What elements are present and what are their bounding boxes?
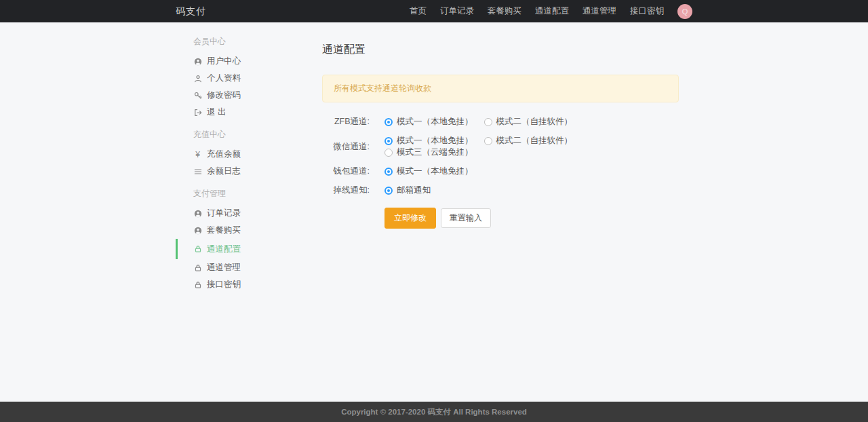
- logout-icon: [193, 108, 202, 117]
- radio-unchecked-icon[interactable]: [384, 149, 393, 157]
- form-row: 掉线通知:邮箱通知: [322, 185, 679, 196]
- main-panel: 通道配置 所有模式支持通道轮询收款 ZFB通道:模式一（本地免挂）模式二（自挂软…: [322, 22, 692, 402]
- radio-option[interactable]: 模式一（本地免挂）: [384, 135, 473, 147]
- sidebar-item-label: 余额日志: [207, 166, 241, 177]
- sidebar-item[interactable]: 订单记录: [176, 205, 322, 222]
- person-icon: [193, 74, 202, 83]
- radio-checked-icon[interactable]: [384, 187, 393, 195]
- notice-banner: 所有模式支持通道轮询收款: [322, 75, 679, 102]
- sidebar-item[interactable]: 退 出: [176, 104, 322, 121]
- radio-option-label: 模式一（本地免挂）: [397, 116, 473, 128]
- radio-option-label: 邮箱通知: [397, 185, 431, 196]
- submit-button[interactable]: 立即修改: [384, 208, 436, 229]
- form-row-label: ZFB通道:: [322, 116, 370, 128]
- radio-option[interactable]: 邮箱通知: [384, 185, 431, 196]
- sidebar-item-label: 套餐购买: [207, 225, 241, 236]
- radio-option-label: 模式二（自挂软件）: [496, 135, 573, 147]
- sidebar-item-label: 充值余额: [207, 149, 241, 160]
- radio-checked-icon[interactable]: [384, 168, 393, 176]
- radio-option[interactable]: 模式二（自挂软件）: [484, 135, 573, 147]
- yen-icon: ¥: [193, 150, 202, 159]
- radio-group: 模式一（本地免挂）模式二（自挂软件）模式三（云端免挂）: [384, 135, 679, 158]
- radio-option[interactable]: 模式一（本地免挂）: [384, 116, 473, 128]
- sidebar-item-label: 订单记录: [207, 208, 241, 219]
- radio-unchecked-icon[interactable]: [484, 137, 492, 145]
- form-row: ZFB通道:模式一（本地免挂）模式二（自挂软件）: [322, 116, 679, 128]
- sidebar-item[interactable]: 用户中心: [176, 53, 322, 70]
- sidebar-item-label: 通道管理: [207, 262, 241, 273]
- user-circle-icon: [193, 209, 202, 218]
- sidebar-item-label: 通道配置: [207, 244, 241, 255]
- radio-option[interactable]: 模式一（本地免挂）: [384, 166, 473, 177]
- radio-checked-icon[interactable]: [384, 118, 393, 126]
- form-row: 微信通道:模式一（本地免挂）模式二（自挂软件）模式三（云端免挂）: [322, 135, 679, 158]
- sidebar-item[interactable]: 修改密码: [176, 87, 322, 104]
- channel-config-form: ZFB通道:模式一（本地免挂）模式二（自挂软件）微信通道:模式一（本地免挂）模式…: [322, 116, 679, 196]
- sidebar-item[interactable]: 余额日志: [176, 163, 322, 180]
- copyright-text: Copyright © 2017-2020 码支付 All Rights Res…: [341, 407, 527, 417]
- nav-item[interactable]: 通道管理: [583, 5, 616, 17]
- radio-group: 邮箱通知: [384, 185, 441, 196]
- nav-item[interactable]: 首页: [410, 5, 427, 17]
- sidebar-section-title: 充值中心: [176, 129, 322, 140]
- nav-item[interactable]: 订单记录: [440, 5, 474, 17]
- user-avatar[interactable]: Q: [677, 4, 692, 19]
- sidebar: 会员中心用户中心个人资料修改密码退 出充值中心¥充值余额余额日志支付管理订单记录…: [176, 22, 322, 402]
- radio-option-label: 模式一（本地免挂）: [397, 135, 473, 147]
- nav-item[interactable]: 接口密钥: [630, 5, 664, 17]
- sidebar-section-title: 会员中心: [176, 36, 322, 47]
- sidebar-item[interactable]: 套餐购买: [176, 222, 322, 239]
- radio-group: 模式一（本地免挂）模式二（自挂软件）: [384, 116, 583, 128]
- sidebar-item-label: 退 出: [207, 107, 226, 118]
- lock-icon: [193, 280, 202, 289]
- form-row-label: 掉线通知:: [322, 185, 370, 196]
- sidebar-item[interactable]: 个人资料: [176, 70, 322, 87]
- nav-item[interactable]: 套餐购买: [488, 5, 521, 17]
- sidebar-item[interactable]: 接口密钥: [176, 276, 322, 293]
- content-area: 会员中心用户中心个人资料修改密码退 出充值中心¥充值余额余额日志支付管理订单记录…: [176, 22, 692, 402]
- sidebar-item-label: 个人资料: [207, 73, 241, 84]
- sidebar-item[interactable]: 通道配置: [176, 239, 322, 259]
- sidebar-item[interactable]: 通道管理: [176, 259, 322, 276]
- key-icon: [193, 91, 202, 100]
- form-row: 钱包通道:模式一（本地免挂）: [322, 166, 679, 177]
- nav-item[interactable]: 通道配置: [535, 5, 569, 17]
- top-navbar: 码支付 首页订单记录套餐购买通道配置通道管理接口密钥 Q: [0, 0, 868, 22]
- brand-logo[interactable]: 码支付: [176, 5, 206, 18]
- radio-unchecked-icon[interactable]: [484, 118, 492, 126]
- radio-group: 模式一（本地免挂）: [384, 166, 484, 177]
- lock-icon: [193, 245, 202, 254]
- form-buttons: 立即修改 重置输入: [322, 208, 679, 229]
- nav-menu: 首页订单记录套餐购买通道配置通道管理接口密钥: [410, 5, 677, 17]
- form-row-label: 钱包通道:: [322, 166, 370, 177]
- sidebar-item[interactable]: ¥充值余额: [176, 146, 322, 163]
- radio-option-label: 模式一（本地免挂）: [397, 166, 473, 177]
- radio-option-label: 模式二（自挂软件）: [496, 116, 573, 128]
- reset-button[interactable]: 重置输入: [441, 208, 491, 228]
- sidebar-section-title: 支付管理: [176, 188, 322, 199]
- page-footer: Copyright © 2017-2020 码支付 All Rights Res…: [0, 402, 868, 422]
- form-row-label: 微信通道:: [322, 141, 370, 153]
- user-circle-icon: [193, 57, 202, 66]
- radio-checked-icon[interactable]: [384, 137, 393, 145]
- user-circle-icon: [193, 226, 202, 235]
- list-icon: [193, 167, 202, 176]
- radio-option-label: 模式三（云端免挂）: [397, 147, 473, 158]
- sidebar-item-label: 修改密码: [207, 90, 241, 101]
- page-title: 通道配置: [322, 43, 679, 57]
- lock-icon: [193, 263, 202, 272]
- radio-option[interactable]: 模式二（自挂软件）: [484, 116, 573, 128]
- sidebar-item-label: 用户中心: [207, 56, 241, 67]
- radio-option[interactable]: 模式三（云端免挂）: [384, 147, 473, 158]
- sidebar-item-label: 接口密钥: [207, 279, 241, 290]
